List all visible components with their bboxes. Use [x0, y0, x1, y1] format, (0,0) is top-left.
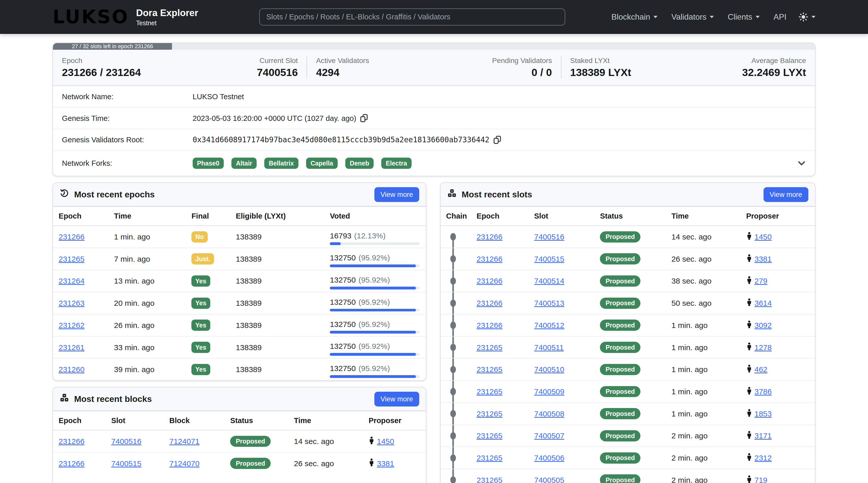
epoch-link[interactable]: 231265: [476, 343, 502, 352]
slot-link[interactable]: 7400515: [534, 255, 564, 263]
epoch-link[interactable]: 231265: [59, 255, 84, 263]
time-cell: 1 min. ago: [666, 321, 741, 330]
epoch-link[interactable]: 231265: [476, 431, 502, 440]
nav-item[interactable]: API: [773, 12, 786, 22]
table-row: 231266 7400516 7124071 Proposed 14 sec. …: [53, 430, 426, 453]
time-cell: 2 min. ago: [666, 453, 741, 462]
column-header: Status: [225, 416, 288, 425]
epoch-link[interactable]: 231262: [59, 321, 84, 330]
voted-cell: 132750 (95.92%): [324, 337, 426, 358]
proposer-link[interactable]: 3092: [754, 321, 772, 330]
genesis-root-row: Genesis Validators Root: 0x341d660891717…: [53, 129, 815, 150]
epoch-link[interactable]: 231266: [59, 459, 84, 468]
slot-link[interactable]: 7400514: [534, 277, 564, 285]
epoch-link[interactable]: 231266: [476, 232, 502, 241]
column-header: Time: [108, 212, 186, 220]
main-nav: Blockchain Validators Clients API: [611, 12, 786, 22]
nav-item[interactable]: Validators: [672, 12, 714, 22]
lukso-logo[interactable]: LUKSO: [53, 7, 129, 26]
block-link[interactable]: 7124071: [169, 437, 199, 446]
copy-icon[interactable]: [360, 114, 368, 122]
brand: LUKSO Dora Explorer Testnet: [53, 7, 198, 27]
epoch-link[interactable]: 231265: [476, 409, 502, 418]
slot-link[interactable]: 7400513: [534, 299, 564, 307]
nav-item[interactable]: Blockchain: [611, 12, 657, 22]
table-row: 231266 7400513 Proposed 50 sec. ago: [441, 292, 815, 314]
copy-icon[interactable]: [493, 136, 501, 144]
slot-link[interactable]: 7400509: [534, 387, 564, 396]
chevron-down-icon: [811, 16, 815, 18]
epoch-link[interactable]: 231266: [59, 437, 84, 446]
voted-progress-track: [330, 375, 420, 378]
proposer-link[interactable]: 2312: [754, 453, 772, 462]
chain-dot: [450, 255, 456, 262]
proposer-link[interactable]: 1450: [377, 437, 394, 446]
slot-link[interactable]: 7400515: [111, 459, 141, 468]
view-more-button[interactable]: View more: [374, 187, 419, 202]
person-icon: [746, 387, 752, 396]
voted-cell: 132750 (95.92%): [324, 314, 426, 336]
proposer-link[interactable]: 719: [754, 476, 767, 483]
slot-link[interactable]: 7400512: [534, 321, 564, 330]
chain-dot: [450, 321, 456, 329]
epoch-progress-track: 27 / 32 slots left in epoch 231266: [53, 43, 815, 50]
proposer-link[interactable]: 3381: [377, 459, 394, 468]
status-badge: Proposed: [600, 386, 641, 397]
theme-toggle[interactable]: [799, 12, 815, 22]
proposer-cell: 719: [741, 475, 815, 483]
voted-progress-track: [330, 331, 420, 334]
slot-link[interactable]: 7400508: [534, 409, 564, 418]
epoch-link[interactable]: 231266: [476, 321, 502, 330]
proposer-link[interactable]: 462: [754, 365, 767, 374]
status-badge: Proposed: [230, 458, 271, 469]
slot-link[interactable]: 7400516: [111, 437, 141, 446]
epoch-link[interactable]: 231263: [59, 299, 84, 307]
time-cell: 1 min. ago: [108, 232, 186, 241]
epoch-link[interactable]: 231265: [476, 387, 502, 396]
block-link[interactable]: 7124070: [169, 459, 199, 468]
chevron-down-icon[interactable]: [797, 159, 806, 168]
slot-link[interactable]: 7400511: [534, 343, 564, 352]
epoch-link[interactable]: 231265: [476, 476, 502, 483]
card-overflow-filler: [53, 474, 426, 483]
proposer-link[interactable]: 3786: [754, 387, 772, 396]
proposer-link[interactable]: 1278: [754, 343, 772, 352]
proposer-link[interactable]: 3381: [754, 255, 772, 263]
slot-link[interactable]: 7400506: [534, 453, 564, 462]
epoch-link[interactable]: 231266: [59, 232, 84, 241]
proposer-cell: 1450: [363, 436, 426, 446]
proposer-link[interactable]: 279: [754, 277, 767, 285]
view-more-button[interactable]: View more: [374, 392, 419, 406]
proposer-link[interactable]: 3171: [754, 431, 772, 440]
epoch-link[interactable]: 231260: [59, 365, 84, 374]
table-row: 231262 26 min. ago Yes 138389 132750 (95…: [53, 314, 426, 337]
voted-cell: 132750 (95.92%): [324, 292, 426, 314]
epoch-link[interactable]: 231265: [476, 365, 502, 374]
slot-link[interactable]: 7400510: [534, 365, 564, 374]
blocks-table-body: 231266 7400516 7124071 Proposed 14 sec. …: [53, 430, 426, 474]
nav-item[interactable]: Clients: [728, 12, 760, 22]
chain-dot: [450, 476, 456, 483]
proposer-link[interactable]: 1450: [754, 232, 772, 241]
slot-link[interactable]: 7400516: [534, 232, 564, 241]
epoch-link[interactable]: 231265: [476, 453, 502, 462]
person-icon: [746, 409, 752, 419]
slot-link[interactable]: 7400505: [534, 476, 564, 483]
search-input[interactable]: [259, 8, 565, 26]
epoch-link[interactable]: 231266: [476, 299, 502, 307]
proposer-link[interactable]: 3614: [754, 299, 772, 308]
proposer-link[interactable]: 1853: [754, 409, 772, 418]
table-row: 231265 7400509 Proposed 1 min. ago: [441, 381, 815, 403]
epoch-link[interactable]: 231264: [59, 277, 84, 285]
epoch-link[interactable]: 231261: [59, 343, 84, 352]
table-row: 231266 7400514 Proposed 38 sec. ago: [441, 270, 815, 292]
final-status-badge: Yes: [191, 297, 210, 309]
chain-cell: [441, 337, 471, 358]
epoch-progress-badge: 27 / 32 slots left in epoch 231266: [53, 43, 172, 50]
table-row: 231266 7400516 Proposed 14 sec. ago: [441, 226, 815, 248]
epoch-link[interactable]: 231266: [476, 255, 502, 263]
network-forks-row: Network Forks: Phase0AltairBellatrixCape…: [53, 150, 815, 176]
view-more-button[interactable]: View more: [764, 187, 808, 202]
slot-link[interactable]: 7400507: [534, 431, 564, 440]
epoch-link[interactable]: 231266: [476, 277, 502, 285]
